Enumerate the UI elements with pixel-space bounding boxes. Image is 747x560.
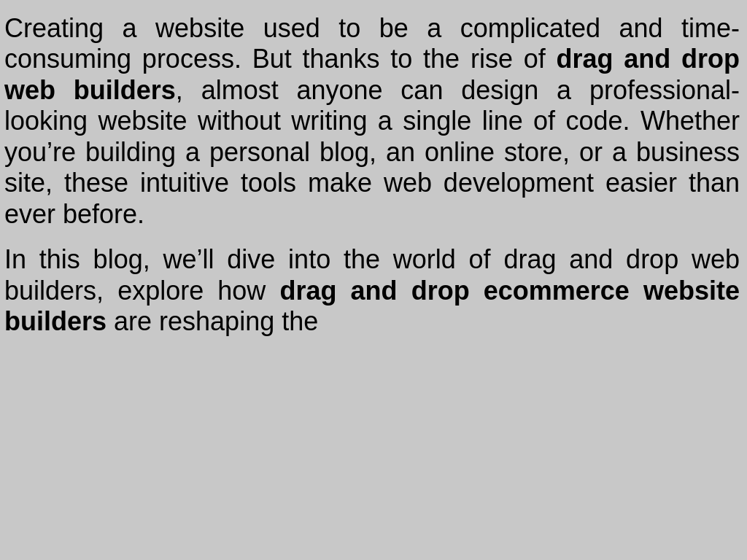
paragraph-1: Creating a website used to be a complica… <box>4 13 740 230</box>
main-content: Creating a website used to be a complica… <box>0 0 747 359</box>
paragraph-2: In this blog, we’ll dive into the world … <box>4 244 740 337</box>
para2-text2: are reshaping the <box>107 306 318 336</box>
